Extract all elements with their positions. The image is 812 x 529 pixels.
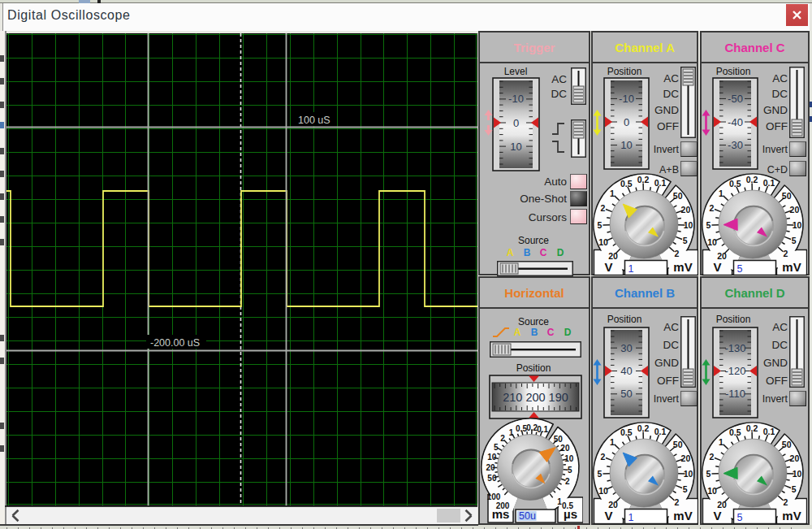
svg-text:10: 10 bbox=[510, 141, 521, 153]
svg-text:20: 20 bbox=[789, 453, 799, 462]
svg-text:20: 20 bbox=[789, 204, 799, 214]
svg-text:-120: -120 bbox=[724, 365, 745, 377]
svg-text:0.2: 0.2 bbox=[745, 175, 758, 184]
svg-text:ms: ms bbox=[492, 507, 510, 521]
svg-text:50: 50 bbox=[554, 435, 564, 444]
svg-text:-30: -30 bbox=[728, 139, 743, 151]
svg-text:0: 0 bbox=[513, 117, 519, 129]
svg-text:50: 50 bbox=[620, 388, 632, 400]
svg-text:0.1: 0.1 bbox=[762, 427, 775, 436]
svg-text:5: 5 bbox=[597, 219, 602, 229]
svg-text:0.1: 0.1 bbox=[537, 425, 548, 434]
svg-text:µs: µs bbox=[564, 507, 577, 521]
svg-text:50u: 50u bbox=[519, 510, 536, 522]
svg-text:-130: -130 bbox=[724, 342, 745, 354]
svg-text:-50: -50 bbox=[728, 93, 743, 105]
svg-text:0.5: 0.5 bbox=[728, 178, 741, 188]
svg-text:2: 2 bbox=[709, 202, 714, 212]
svg-text:0.1: 0.1 bbox=[762, 178, 775, 188]
svg-text:-40: -40 bbox=[728, 116, 743, 128]
svg-text:5: 5 bbox=[706, 468, 710, 478]
svg-text:5: 5 bbox=[706, 219, 710, 229]
svg-text:10: 10 bbox=[683, 219, 693, 229]
svg-text:50: 50 bbox=[781, 439, 791, 449]
svg-text:0.2: 0.2 bbox=[637, 423, 649, 433]
svg-text:30: 30 bbox=[620, 342, 632, 354]
svg-text:0.5: 0.5 bbox=[728, 427, 741, 436]
svg-text:10: 10 bbox=[707, 485, 717, 495]
svg-text:2: 2 bbox=[783, 249, 788, 258]
svg-text:-10: -10 bbox=[508, 93, 524, 105]
svg-text:100 uS: 100 uS bbox=[298, 115, 330, 126]
svg-text:50: 50 bbox=[672, 190, 682, 200]
svg-text:50: 50 bbox=[487, 474, 497, 483]
svg-text:1: 1 bbox=[628, 511, 633, 522]
svg-text:5: 5 bbox=[494, 443, 499, 452]
svg-text:-10: -10 bbox=[619, 93, 634, 105]
svg-text:5: 5 bbox=[568, 466, 572, 475]
svg-text:210 200 190: 210 200 190 bbox=[503, 391, 568, 404]
svg-text:10: 10 bbox=[598, 236, 608, 246]
svg-text:20: 20 bbox=[680, 453, 690, 462]
svg-text:5: 5 bbox=[791, 483, 796, 493]
svg-text:0.5: 0.5 bbox=[620, 427, 632, 436]
svg-text:0.5: 0.5 bbox=[620, 178, 632, 188]
svg-text:20: 20 bbox=[680, 204, 690, 214]
svg-text:5: 5 bbox=[791, 235, 796, 245]
svg-text:0.2: 0.2 bbox=[637, 175, 649, 184]
svg-text:5: 5 bbox=[597, 468, 602, 478]
svg-text:20: 20 bbox=[486, 463, 495, 472]
svg-text:5: 5 bbox=[682, 235, 687, 245]
svg-text:2: 2 bbox=[500, 434, 505, 443]
svg-text:1: 1 bbox=[609, 188, 614, 197]
svg-text:V: V bbox=[604, 259, 612, 273]
svg-text:1: 1 bbox=[628, 262, 633, 274]
svg-text:2: 2 bbox=[674, 497, 679, 507]
svg-text:mV: mV bbox=[673, 259, 692, 273]
svg-text:2: 2 bbox=[709, 451, 714, 461]
svg-text:1: 1 bbox=[509, 428, 514, 437]
svg-text:50: 50 bbox=[781, 190, 791, 200]
svg-text:1: 1 bbox=[718, 436, 723, 446]
svg-text:10: 10 bbox=[792, 468, 801, 478]
svg-text:1: 1 bbox=[609, 436, 614, 446]
svg-text:2: 2 bbox=[600, 202, 605, 212]
svg-text:10: 10 bbox=[683, 468, 693, 478]
svg-text:-200.00 uS: -200.00 uS bbox=[150, 337, 200, 349]
svg-text:2: 2 bbox=[600, 451, 605, 461]
svg-text:0.2: 0.2 bbox=[745, 423, 758, 433]
svg-text:2: 2 bbox=[674, 249, 679, 258]
svg-text:0: 0 bbox=[624, 116, 629, 128]
svg-text:10: 10 bbox=[707, 236, 717, 246]
svg-text:V: V bbox=[604, 508, 612, 522]
svg-text:0.1: 0.1 bbox=[654, 178, 666, 188]
svg-text:mV: mV bbox=[673, 508, 692, 522]
svg-text:20: 20 bbox=[560, 444, 570, 453]
svg-text:2: 2 bbox=[565, 477, 570, 486]
svg-text:-110: -110 bbox=[725, 388, 745, 400]
svg-text:V: V bbox=[713, 508, 721, 522]
svg-text:2: 2 bbox=[783, 497, 788, 507]
svg-text:0.1: 0.1 bbox=[654, 427, 666, 436]
svg-text:10: 10 bbox=[487, 453, 497, 462]
svg-text:10: 10 bbox=[564, 454, 574, 463]
svg-text:mV: mV bbox=[782, 508, 801, 522]
svg-text:1: 1 bbox=[718, 188, 723, 197]
svg-text:5: 5 bbox=[736, 511, 742, 522]
svg-text:100: 100 bbox=[487, 492, 501, 501]
svg-text:40: 40 bbox=[620, 365, 632, 377]
svg-text:5: 5 bbox=[682, 483, 687, 493]
svg-text:10: 10 bbox=[598, 485, 608, 495]
svg-text:V: V bbox=[713, 259, 721, 273]
svg-text:10: 10 bbox=[620, 139, 632, 151]
svg-text:5: 5 bbox=[736, 262, 742, 274]
svg-text:50: 50 bbox=[672, 439, 682, 449]
svg-text:10: 10 bbox=[792, 219, 801, 229]
svg-text:mV: mV bbox=[782, 259, 801, 273]
